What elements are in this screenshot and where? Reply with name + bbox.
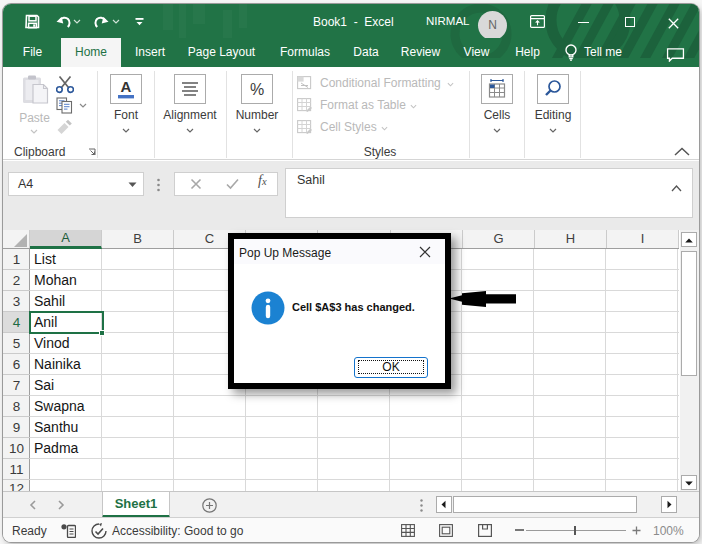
svg-text:A: A xyxy=(121,78,132,95)
svg-text:%: % xyxy=(250,81,264,98)
